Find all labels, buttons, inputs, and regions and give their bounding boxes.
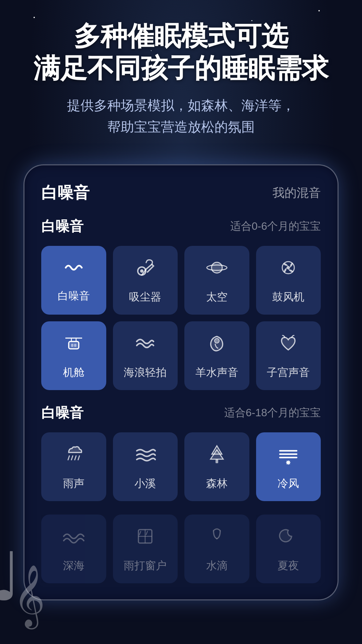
phone-mockup: 白噪音 我的混音 白噪音 适合0-6个月的宝宝 白噪音 [23, 164, 339, 600]
ocean-icon [62, 525, 85, 553]
white-noise-label: 白噪音 [58, 289, 90, 304]
cold-wind-icon [277, 442, 300, 471]
svg-rect-19 [216, 459, 218, 463]
section2-header: 白噪音 适合6-18个月的宝宝 [41, 404, 321, 422]
app-header: 白噪音 我的混音 [41, 182, 321, 204]
sound-card-rain-window[interactable]: 雨打窗户 [113, 515, 178, 583]
summer-night-icon [277, 525, 300, 553]
rain-label: 雨声 [63, 476, 84, 491]
space-icon [205, 256, 229, 284]
sound-card-space[interactable]: 太空 [184, 246, 249, 315]
waves-label: 海浪轻拍 [124, 365, 167, 380]
amniotic-label: 羊水声音 [195, 365, 238, 380]
svg-rect-10 [71, 344, 73, 347]
svg-line-30 [139, 531, 141, 535]
waves-icon [133, 331, 157, 360]
svg-point-2 [212, 262, 222, 273]
section1-grid: 白噪音 吸尘器 [41, 246, 321, 390]
rain-window-icon [133, 525, 157, 553]
header-area: 多种催眠模式可选 满足不同孩子的睡眠需求 提供多种场景模拟，如森林、海洋等， 帮… [0, 0, 362, 151]
cabin-label: 机舱 [63, 365, 84, 380]
svg-point-5 [287, 266, 290, 269]
drops-label: 水滴 [206, 558, 228, 573]
app-title: 白噪音 [41, 182, 89, 204]
section1-title: 白噪音 [41, 217, 83, 236]
cabin-icon [62, 331, 85, 360]
svg-point-32 [216, 538, 218, 539]
sub-title: 提供多种场景模拟，如森林、海洋等， 帮助宝宝营造放松的氛围 [13, 95, 349, 138]
my-mix-button[interactable]: 我的混音 [273, 185, 321, 201]
svg-line-14 [71, 456, 73, 460]
rain-icon [62, 442, 85, 471]
section1-header: 白噪音 适合0-6个月的宝宝 [41, 217, 321, 236]
sound-card-summer-night[interactable]: 夏夜 [256, 515, 321, 583]
sound-card-ocean[interactable]: 深海 [41, 515, 106, 583]
rain-window-label: 雨打窗户 [124, 558, 167, 573]
sound-card-rain[interactable]: 雨声 [41, 432, 106, 501]
uterus-label: 子宫声音 [267, 365, 310, 380]
section3-grid-partial: 深海 雨打窗户 [41, 515, 321, 583]
space-label: 太空 [206, 290, 228, 305]
sound-card-vacuum[interactable]: 吸尘器 [113, 246, 178, 315]
vacuum-icon [133, 256, 157, 284]
section2-subtitle: 适合6-18个月的宝宝 [224, 406, 321, 420]
sound-card-drops[interactable]: 水滴 [184, 515, 249, 583]
svg-line-13 [68, 456, 69, 460]
main-title: 多种催眠模式可选 满足不同孩子的睡眠需求 [13, 20, 349, 85]
summer-night-label: 夏夜 [278, 558, 299, 573]
svg-rect-6 [69, 341, 79, 349]
section1-subtitle: 适合0-6个月的宝宝 [230, 219, 321, 234]
ocean-label: 深海 [63, 558, 84, 573]
amniotic-icon [205, 331, 229, 360]
cold-wind-label: 冷风 [278, 476, 299, 491]
stream-icon [133, 442, 157, 471]
sound-card-white-noise[interactable]: 白噪音 [41, 246, 106, 315]
sound-card-forest[interactable]: 森林 [184, 432, 249, 501]
forest-label: 森林 [206, 476, 228, 491]
forest-icon [205, 442, 229, 471]
drops-icon [205, 525, 229, 553]
svg-point-1 [140, 269, 143, 273]
sound-card-cabin[interactable]: 机舱 [41, 321, 106, 390]
stream-label: 小溪 [134, 476, 156, 491]
white-noise-icon [63, 257, 84, 283]
sound-card-waves[interactable]: 海浪轻拍 [113, 321, 178, 390]
fan-icon [277, 256, 300, 284]
svg-point-12 [215, 338, 219, 343]
section2-title: 白噪音 [41, 404, 83, 422]
svg-line-31 [146, 531, 147, 535]
vacuum-label: 吸尘器 [129, 290, 161, 305]
svg-line-15 [75, 456, 76, 460]
uterus-icon [277, 331, 300, 360]
sound-card-cold-wind[interactable]: 冷风 [256, 432, 321, 501]
sound-card-amniotic[interactable]: 羊水声音 [184, 321, 249, 390]
fan-label: 鼓风机 [272, 290, 304, 305]
section2-grid: 雨声 小溪 森林 [41, 432, 321, 501]
sound-card-uterus[interactable]: 子宫声音 [256, 321, 321, 390]
svg-line-16 [78, 456, 79, 460]
sound-card-fan[interactable]: 鼓风机 [256, 246, 321, 315]
svg-rect-11 [74, 344, 76, 347]
sound-card-stream[interactable]: 小溪 [113, 432, 178, 501]
